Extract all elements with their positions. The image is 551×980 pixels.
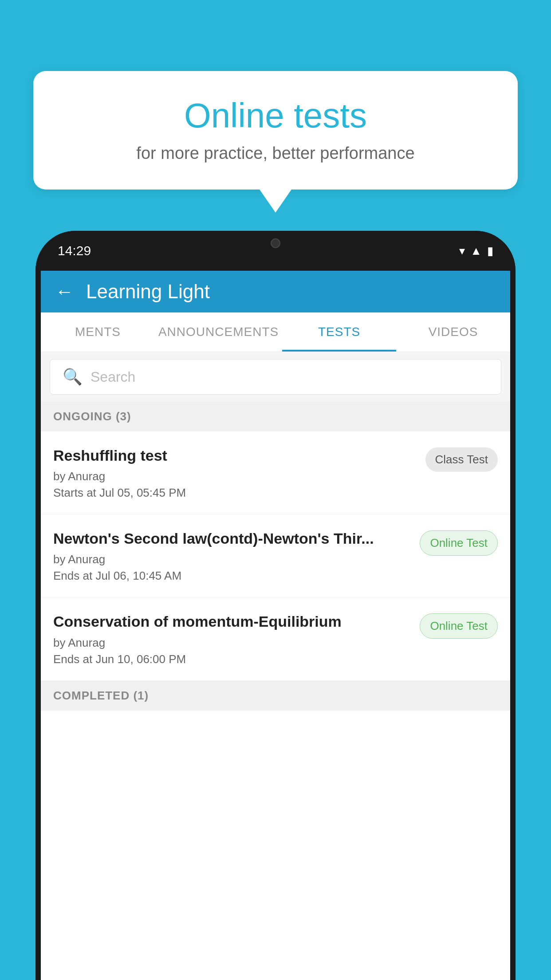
test-badge-class: Class Test	[425, 447, 498, 472]
signal-icon: ▲	[470, 244, 482, 258]
test-badge-online: Online Test	[420, 530, 498, 556]
phone-screen: ← Learning Light MENTS ANNOUNCEMENTS TES…	[41, 271, 510, 980]
back-button[interactable]: ←	[55, 281, 74, 302]
test-name: Reshuffling test	[53, 446, 417, 465]
ongoing-section-header: ONGOING (3)	[41, 402, 510, 431]
search-bar-container: 🔍 Search	[41, 352, 510, 402]
phone-frame: 14:29 ▾ ▲ ▮ ← Learning Light MENTS ANNOU…	[35, 231, 516, 980]
test-info: Conservation of momentum-Equilibrium by …	[53, 612, 411, 666]
test-info: Reshuffling test by Anurag Starts at Jul…	[53, 446, 417, 500]
battery-icon: ▮	[487, 244, 493, 258]
test-time: Starts at Jul 05, 05:45 PM	[53, 486, 417, 500]
wifi-icon: ▾	[459, 244, 465, 258]
tab-tests[interactable]: TESTS	[282, 312, 396, 352]
test-time: Ends at Jul 06, 10:45 AM	[53, 569, 411, 583]
app-header: ← Learning Light	[41, 271, 510, 312]
search-placeholder: Search	[91, 369, 135, 385]
test-item[interactable]: Reshuffling test by Anurag Starts at Jul…	[41, 431, 510, 514]
test-author: by Anurag	[53, 470, 417, 483]
tab-bar: MENTS ANNOUNCEMENTS TESTS VIDEOS	[41, 312, 510, 352]
camera	[271, 238, 280, 248]
app-title: Learning Light	[86, 281, 210, 303]
status-time: 14:29	[58, 243, 91, 258]
test-item[interactable]: Newton's Second law(contd)-Newton's Thir…	[41, 514, 510, 597]
status-icons: ▾ ▲ ▮	[459, 244, 493, 258]
bubble-title: Online tests	[60, 95, 491, 136]
phone-notch	[249, 231, 302, 255]
test-name: Newton's Second law(contd)-Newton's Thir…	[53, 529, 411, 548]
tab-videos[interactable]: VIDEOS	[396, 312, 510, 352]
test-name: Conservation of momentum-Equilibrium	[53, 612, 411, 631]
search-input[interactable]: 🔍 Search	[50, 359, 501, 395]
speech-bubble: Online tests for more practice, better p…	[33, 71, 518, 190]
test-list: Reshuffling test by Anurag Starts at Jul…	[41, 431, 510, 681]
completed-section-header: COMPLETED (1)	[41, 681, 510, 711]
tab-announcements[interactable]: ANNOUNCEMENTS	[155, 312, 282, 352]
test-author: by Anurag	[53, 553, 411, 566]
bubble-subtitle: for more practice, better performance	[60, 144, 491, 163]
tab-ments[interactable]: MENTS	[41, 312, 155, 352]
search-icon: 🔍	[63, 368, 83, 386]
test-badge-online-2: Online Test	[420, 613, 498, 639]
test-author: by Anurag	[53, 636, 411, 650]
test-item[interactable]: Conservation of momentum-Equilibrium by …	[41, 597, 510, 680]
test-info: Newton's Second law(contd)-Newton's Thir…	[53, 529, 411, 583]
test-time: Ends at Jun 10, 06:00 PM	[53, 652, 411, 666]
status-bar: 14:29 ▾ ▲ ▮	[35, 231, 516, 271]
